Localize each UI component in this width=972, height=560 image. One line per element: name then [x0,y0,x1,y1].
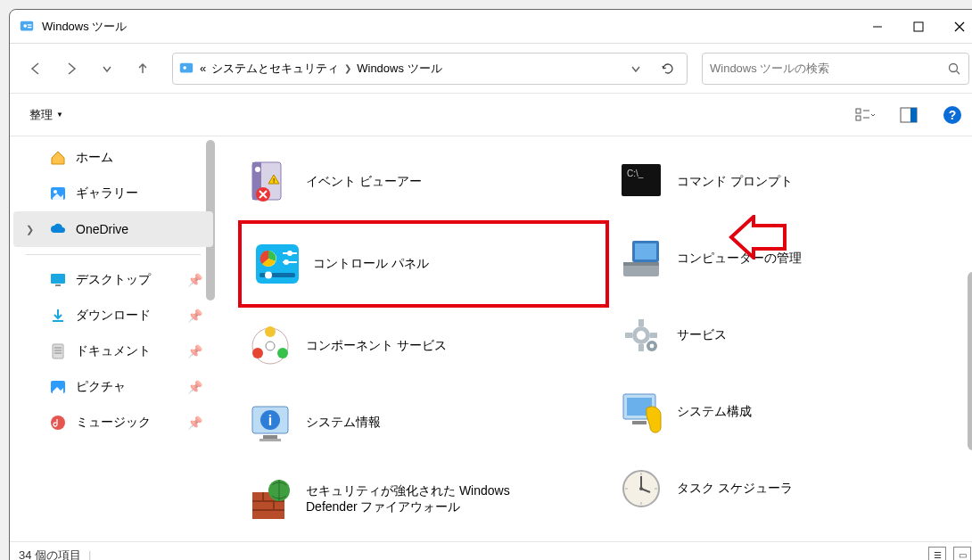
item-computer-mgmt[interactable]: コンピューターの管理 [609,220,972,297]
home-icon [49,149,67,167]
content-column-1: ! イベント ビューアー コントロール パネル コンポーネント サービス i シ… [238,144,609,541]
svg-point-40 [287,251,292,256]
item-task-scheduler[interactable]: タスク スケジューラ [609,450,972,527]
sidebar-item-label: ダウンロード [76,308,151,324]
address-bar[interactable]: « システムとセキュリティ ❯ Windows ツール [172,53,688,85]
svg-text:!: ! [273,177,275,185]
large-icon-view-button[interactable]: ▭ [953,547,971,561]
item-label: コンピューターの管理 [677,251,802,267]
svg-rect-74 [625,333,632,338]
item-label: セキュリティが強化された Windows Defender ファイアウォール [306,483,529,515]
music-icon [49,414,67,432]
firewall-icon [247,476,293,523]
task-scheduler-icon [618,465,664,512]
recent-button[interactable] [92,54,122,84]
item-cmd[interactable]: C:\_ コマンド プロンプト [609,144,972,220]
documents-icon [49,342,67,360]
svg-point-1 [23,24,27,28]
search-box[interactable] [702,53,969,85]
search-icon[interactable] [947,62,961,76]
svg-rect-13 [856,116,861,120]
sidebar-item-label: ピクチャ [76,379,126,395]
svg-line-11 [957,70,960,74]
svg-point-51 [277,348,288,358]
organize-label: 整理 [29,107,53,123]
minimize-button[interactable] [857,10,898,43]
organize-menu[interactable]: 整理 ▼ [29,107,63,123]
svg-text:i: i [268,413,272,428]
sidebar-item-gallery[interactable]: ギャラリー [10,176,217,211]
content-scrollbar[interactable] [968,272,972,450]
cmd-icon: C:\_ [618,159,664,205]
sidebar-item-music[interactable]: ミュージック 📌 [10,405,217,441]
details-view-button[interactable]: ☰ [928,547,946,561]
breadcrumb-parent[interactable]: システムとセキュリティ [211,61,339,77]
svg-point-52 [266,342,275,350]
svg-rect-22 [51,274,65,284]
svg-point-84 [639,487,643,490]
breadcrumb-ellipsis[interactable]: « [200,62,206,75]
sidebar-item-onedrive[interactable]: ❯ OneDrive [13,211,213,247]
app-icon [19,19,35,35]
item-label: コントロール パネル [313,256,429,272]
refresh-button[interactable] [655,54,681,84]
maximize-button[interactable] [898,10,939,43]
item-firewall[interactable]: セキュリティが強化された Windows Defender ファイアウォール [238,461,609,538]
services-icon [618,312,664,358]
item-msconfig[interactable]: システム構成 [609,374,972,450]
svg-text:C:\_: C:\_ [627,169,644,178]
content-column-2: C:\_ コマンド プロンプト コンピューターの管理 サービス システム構成 [609,144,972,541]
status-count: 34 個の項目 [19,548,81,561]
sidebar-item-home[interactable]: ホーム [10,140,217,176]
svg-rect-54 [263,435,277,439]
item-component-services[interactable]: コンポーネント サービス [238,308,609,384]
pin-icon: 📌 [187,344,202,358]
address-dropdown-button[interactable] [622,54,649,84]
item-services[interactable]: サービス [609,297,972,374]
chevron-right-icon: ❯ [344,63,351,73]
sidebar-item-label: ホーム [76,150,113,166]
svg-point-47 [265,272,272,279]
pin-icon: 📌 [187,309,202,323]
svg-rect-5 [914,22,923,31]
title-bar: Windows ツール [10,10,972,44]
chevron-down-icon: ▼ [56,111,63,119]
nav-bar: « システムとセキュリティ ❯ Windows ツール [10,44,972,94]
svg-rect-73 [650,333,657,338]
breadcrumb-current[interactable]: Windows ツール [357,61,441,77]
item-event-viewer[interactable]: ! イベント ビューアー [238,144,609,220]
view-options-button[interactable] [852,103,878,127]
preview-pane-button[interactable] [896,103,921,127]
svg-point-29 [51,416,65,430]
sidebar-item-downloads[interactable]: ダウンロード 📌 [10,298,217,334]
sidebar-item-pictures[interactable]: ピクチャ 📌 [10,369,217,405]
item-label: システム情報 [306,415,381,431]
window-title: Windows ツール [42,19,857,35]
item-label: タスク スケジューラ [677,481,793,497]
downloads-icon [49,307,67,325]
item-control-panel[interactable]: コントロール パネル [238,220,609,308]
item-system-info[interactable]: i システム情報 [238,384,609,461]
back-button[interactable] [21,54,51,84]
search-input[interactable] [710,62,947,75]
desktop-icon [49,271,67,289]
forward-button[interactable] [56,54,86,84]
component-services-icon [247,323,293,369]
pin-icon: 📌 [187,416,202,430]
window-controls [857,10,972,43]
help-button[interactable]: ? [939,102,966,128]
sidebar: ホーム ギャラリー ❯ OneDrive デスクトップ 📌 ダウンロード 📌 [10,136,217,541]
svg-rect-69 [635,243,656,259]
svg-rect-2 [28,24,32,25]
sidebar-item-label: OneDrive [76,222,128,236]
event-viewer-icon: ! [247,159,293,205]
close-button[interactable] [939,10,972,43]
up-button[interactable] [128,54,158,84]
computer-mgmt-icon [618,235,664,282]
svg-point-49 [265,326,276,337]
sidebar-item-documents[interactable]: ドキュメント 📌 [10,334,217,369]
sidebar-item-desktop[interactable]: デスクトップ 📌 [10,262,217,298]
item-label: サービス [677,327,727,343]
item-label: システム構成 [677,404,752,420]
svg-rect-67 [623,262,659,266]
